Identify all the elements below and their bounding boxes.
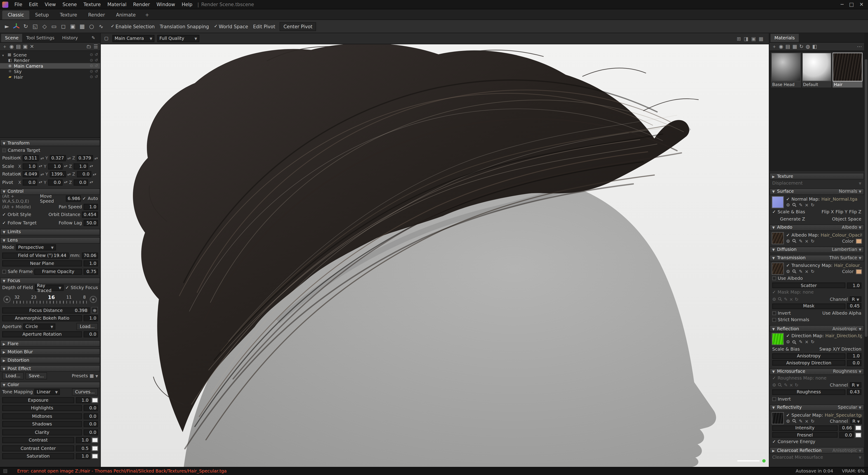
section-post-effect[interactable]: ▼Post Effect bbox=[0, 365, 100, 372]
section-reflectivity[interactable]: ▼Reflectivity Specular▼ bbox=[770, 404, 864, 411]
refresh-icon[interactable]: ↻ bbox=[799, 43, 803, 49]
shadows-field[interactable]: 0.0 bbox=[84, 421, 98, 427]
normal-map-thumbnail[interactable] bbox=[772, 196, 784, 208]
mm-field[interactable]: 70.06 bbox=[82, 253, 98, 259]
auto-toggle[interactable]: Auto bbox=[88, 196, 98, 201]
tree-row-main-camera[interactable]: ◉ Main Camera ⊙↺ bbox=[0, 63, 100, 68]
clear-icon[interactable]: × bbox=[805, 339, 809, 345]
menu-file[interactable]: File bbox=[11, 1, 25, 8]
sync-icon[interactable]: ↺ bbox=[95, 58, 98, 63]
paint-icon[interactable]: ✎ bbox=[784, 383, 787, 388]
invert-checkbox[interactable] bbox=[772, 311, 776, 315]
center-pivot-button[interactable]: Center Pivot bbox=[280, 22, 316, 31]
scatter-field[interactable]: 1.0 bbox=[847, 282, 862, 288]
check-icon[interactable]: ✓ bbox=[786, 263, 790, 268]
reload-icon[interactable]: ↻ bbox=[811, 418, 814, 423]
world-space-toggle[interactable]: ✓World Space bbox=[214, 24, 248, 29]
camera-target-label[interactable]: Camera Target bbox=[8, 148, 40, 153]
reload-icon[interactable]: ↻ bbox=[811, 203, 814, 207]
direction-map-thumbnail[interactable] bbox=[772, 333, 784, 345]
midtones-field[interactable]: 0.0 bbox=[84, 413, 98, 419]
materials-scrollbar[interactable] bbox=[864, 33, 868, 467]
post-load-button[interactable]: Load... bbox=[2, 372, 24, 379]
rotation-x-field[interactable]: 4.049 bbox=[23, 171, 39, 177]
tab-texture[interactable]: Texture bbox=[54, 11, 83, 20]
section-transmission[interactable]: ▼Transmission Thin Surface▼ bbox=[770, 255, 864, 261]
menu-edit[interactable]: Edit bbox=[26, 1, 41, 8]
render-view[interactable] bbox=[101, 44, 769, 467]
section-limits[interactable]: ▼Limits bbox=[0, 229, 100, 235]
post-save-button[interactable]: Save... bbox=[25, 372, 47, 379]
fstop-scale[interactable]: 32 23 16 11 8 bbox=[13, 295, 87, 303]
paint-icon[interactable]: ✎ bbox=[799, 238, 802, 243]
section-flare[interactable]: ▶Flare bbox=[0, 340, 100, 347]
contrast-color-swatch[interactable] bbox=[92, 438, 98, 443]
gear-icon[interactable]: ⚙ bbox=[786, 418, 790, 423]
menu-window[interactable]: Window bbox=[154, 1, 178, 8]
anisotropy-direction-field[interactable]: 0.0 bbox=[847, 360, 862, 366]
paint-icon[interactable]: ✎ bbox=[784, 297, 787, 302]
viewport-display-icon[interactable]: ▢ bbox=[103, 35, 110, 42]
scatter-slider[interactable]: Scatter bbox=[772, 283, 845, 288]
magnifier-icon[interactable] bbox=[792, 340, 797, 344]
paint-icon[interactable]: ✎ bbox=[799, 418, 802, 423]
stepper[interactable]: ▲▼ bbox=[67, 157, 71, 159]
reflection-scale-bias-toggle[interactable]: Scale & Bias bbox=[772, 347, 800, 352]
presets-grid-icon[interactable]: ▦ bbox=[90, 373, 94, 378]
tone-mapping-dropdown[interactable]: Linear▼ bbox=[35, 389, 60, 395]
reload-icon[interactable]: ↻ bbox=[795, 383, 798, 388]
tab-history[interactable]: History bbox=[58, 34, 82, 42]
tab-tool-settings[interactable]: Tool Settings bbox=[22, 34, 58, 42]
mask-slider[interactable]: Mask bbox=[772, 303, 845, 309]
reload-icon[interactable]: ↻ bbox=[795, 297, 798, 302]
reload-icon[interactable]: ↻ bbox=[811, 269, 814, 274]
lasso-select-icon[interactable]: ∿ bbox=[96, 22, 106, 31]
clear-icon[interactable]: × bbox=[805, 238, 809, 243]
exposure-field[interactable]: 1.0 bbox=[76, 397, 90, 403]
stepper[interactable]: ▲▼ bbox=[64, 181, 67, 183]
maximize-viewport-icon[interactable]: ▦ bbox=[758, 36, 763, 41]
fstop-16-current[interactable]: 16 bbox=[48, 295, 55, 300]
stepper[interactable]: ▲▼ bbox=[94, 157, 98, 159]
clear-icon[interactable]: × bbox=[805, 269, 809, 274]
material-browser-empty[interactable] bbox=[770, 89, 864, 171]
sticky-focus-toggle[interactable]: Sticky Focus bbox=[71, 286, 98, 291]
position-z-field[interactable]: 0.379 bbox=[77, 155, 93, 161]
stepper[interactable]: ▲▼ bbox=[39, 165, 42, 168]
section-transform[interactable]: ▼Transform bbox=[0, 140, 100, 146]
aperture-max-icon[interactable] bbox=[90, 296, 97, 303]
gear-icon[interactable]: ⚙ bbox=[772, 383, 776, 388]
add-tab-button[interactable]: + bbox=[141, 11, 153, 20]
magnifier-icon[interactable] bbox=[792, 239, 797, 243]
tab-render[interactable]: Render bbox=[83, 11, 111, 20]
mask-field[interactable]: 0.45 bbox=[847, 303, 862, 309]
fstop-23[interactable]: 23 bbox=[31, 295, 36, 300]
more-icon[interactable]: ⋯ bbox=[857, 43, 862, 49]
magnifier-icon[interactable] bbox=[778, 297, 782, 301]
anisotropy-direction-slider[interactable]: Anisotropy Direction bbox=[772, 360, 845, 365]
specular-channel-dropdown[interactable]: R▼ bbox=[850, 418, 862, 424]
magnifier-icon[interactable] bbox=[792, 203, 797, 207]
reload-icon[interactable]: ↻ bbox=[811, 339, 814, 345]
magnifier-icon[interactable] bbox=[792, 419, 797, 423]
rect-select-icon[interactable]: ◻ bbox=[59, 22, 68, 31]
orbit-distance-field[interactable]: 0.454 bbox=[82, 212, 98, 218]
albedo-mode-dropdown[interactable]: Albedo▼ bbox=[842, 225, 861, 230]
enable-selection-toggle[interactable]: ✓Enable Selection bbox=[111, 24, 155, 29]
roughness-field[interactable]: 0.43 bbox=[847, 389, 862, 395]
saturation-slider[interactable]: Saturation bbox=[2, 453, 74, 459]
tab-materials[interactable]: Materials bbox=[771, 34, 799, 42]
contrast-field[interactable]: 1.0 bbox=[76, 437, 90, 443]
lock-icon[interactable]: ⊙ bbox=[90, 53, 93, 57]
circle-select-icon[interactable]: ○ bbox=[87, 22, 96, 31]
quality-dropdown[interactable]: Full Quality▼ bbox=[157, 35, 199, 42]
gear-icon[interactable]: ⚙ bbox=[786, 203, 790, 207]
strict-normals-checkbox[interactable] bbox=[772, 318, 776, 322]
clear-icon[interactable]: × bbox=[789, 297, 793, 302]
section-color[interactable]: ▼Color bbox=[0, 381, 100, 388]
section-clearcoat[interactable]: ▶Clearcoat Reflection Anisotropic▼ bbox=[770, 447, 864, 453]
scale-tool-icon[interactable]: ◱ bbox=[31, 22, 40, 31]
exposure-color-swatch[interactable] bbox=[92, 398, 98, 403]
sync-icon[interactable]: ↺ bbox=[95, 64, 98, 68]
position-x-field[interactable]: 0.311 bbox=[23, 155, 39, 161]
